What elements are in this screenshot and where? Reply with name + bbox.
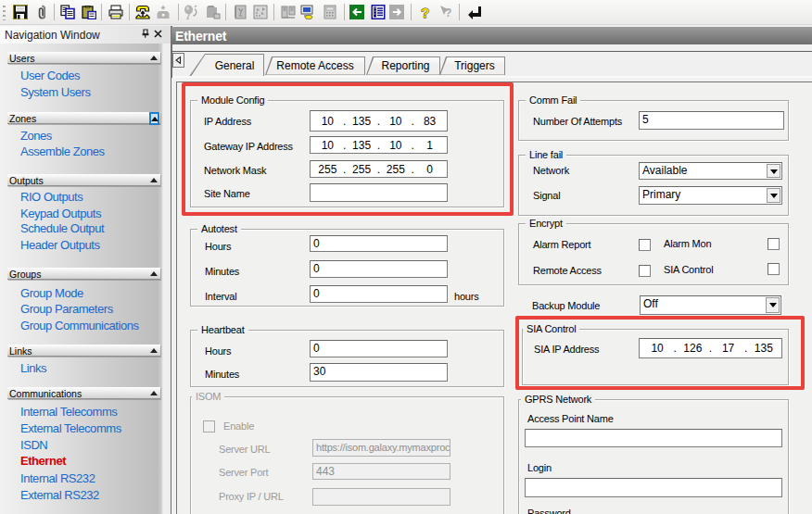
svg-text:?: ? bbox=[445, 6, 451, 19]
svg-text:?: ? bbox=[421, 5, 429, 19]
